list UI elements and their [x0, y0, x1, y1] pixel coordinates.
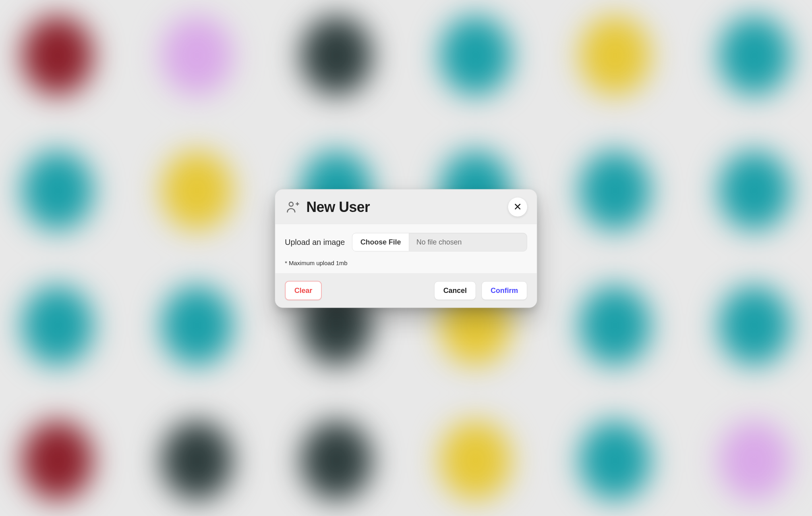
avatar-blob	[161, 421, 233, 500]
avatar-blob	[301, 16, 372, 95]
avatar-blob	[719, 286, 790, 365]
avatar-blob	[440, 16, 511, 95]
file-status-text: No file chosen	[409, 233, 527, 251]
avatar-blob	[301, 421, 372, 500]
avatar-blob	[22, 421, 93, 500]
avatar-blob	[719, 421, 790, 500]
choose-file-button[interactable]: Choose File	[352, 233, 409, 251]
avatar-blob	[161, 16, 233, 95]
avatar-blob	[719, 16, 790, 95]
file-picker: Choose File No file chosen	[352, 233, 527, 252]
upload-hint: * Maximum upload 1mb	[285, 260, 527, 266]
user-plus-icon	[285, 200, 300, 215]
cancel-button[interactable]: Cancel	[434, 281, 476, 300]
modal-header: New User	[275, 190, 537, 224]
confirm-button[interactable]: Confirm	[481, 281, 527, 300]
upload-row: Upload an image Choose File No file chos…	[285, 233, 527, 252]
avatar-blob	[579, 16, 651, 95]
new-user-modal: New User Upload an image Choose File No …	[275, 189, 537, 308]
avatar-blob	[22, 16, 93, 95]
upload-label: Upload an image	[285, 238, 345, 247]
close-button[interactable]	[508, 198, 527, 217]
avatar-blob	[579, 421, 651, 500]
close-icon	[514, 202, 522, 212]
modal-title: New User	[306, 199, 502, 216]
clear-button[interactable]: Clear	[285, 281, 322, 300]
avatar-blob	[579, 286, 651, 365]
avatar-blob	[719, 151, 790, 230]
avatar-blob	[22, 151, 93, 230]
avatar-blob	[22, 286, 93, 365]
avatar-blob	[440, 421, 511, 500]
avatar-blob	[579, 151, 651, 230]
avatar-blob	[161, 151, 233, 230]
avatar-blob	[161, 286, 233, 365]
modal-body: Upload an image Choose File No file chos…	[275, 224, 537, 274]
modal-footer: Clear Cancel Confirm	[275, 274, 537, 308]
svg-point-0	[289, 202, 293, 206]
